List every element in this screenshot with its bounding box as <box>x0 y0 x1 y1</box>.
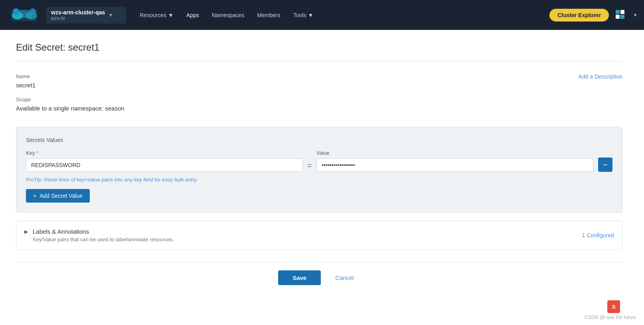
logo <box>6 4 42 26</box>
add-description-link[interactable]: Add a Description <box>578 73 622 80</box>
nav-item-resources[interactable]: Resources ▼ <box>134 9 179 22</box>
key-column: Key * <box>26 150 303 172</box>
grid-icon[interactable] <box>614 8 628 22</box>
name-row: Name secret1 Add a Description <box>16 73 622 89</box>
required-star: * <box>36 150 38 156</box>
nav-item-apps[interactable]: Apps <box>181 9 205 22</box>
value-input[interactable] <box>316 158 593 172</box>
key-input[interactable] <box>26 158 303 172</box>
name-value: secret1 <box>16 82 578 89</box>
labels-left: ▶ Labels & Annotations Key/Value pairs t… <box>24 228 174 242</box>
nav-item-namespaces[interactable]: Namespaces <box>206 9 250 22</box>
nav-menu: Resources ▼ Apps Namespaces Members Tool… <box>134 9 549 22</box>
remove-secret-button[interactable]: − <box>598 158 612 172</box>
value-column: Value <box>316 150 593 172</box>
svg-point-4 <box>13 8 19 15</box>
svg-rect-8 <box>620 10 624 14</box>
nav-namespaces-label: Namespaces <box>212 12 245 18</box>
cancel-button[interactable]: Cancel <box>329 270 360 285</box>
navbar: wzs-arm-cluster-qas wzs-hr ▼ Resources ▼… <box>0 0 644 30</box>
cluster-name: wzs-arm-cluster-qas <box>51 9 105 16</box>
scope-label: Scope <box>16 97 622 102</box>
svg-rect-6 <box>19 10 30 13</box>
labels-title: Labels & Annotations <box>33 228 174 235</box>
divider <box>16 61 622 61</box>
nav-resources-label: Resources <box>140 12 166 18</box>
plus-icon: + <box>33 193 36 199</box>
svg-rect-7 <box>616 10 620 14</box>
key-value-row: Key * = Value − <box>26 150 612 172</box>
bottom-actions: Save Cancel <box>16 262 622 293</box>
navbar-right: Cluster Explorer ▼ <box>549 8 638 22</box>
key-label: Key * <box>26 150 303 156</box>
labels-subtitle: Key/Value pairs that can be used to labe… <box>33 236 174 242</box>
tools-chevron-icon: ▼ <box>308 12 313 18</box>
user-menu-chevron-icon[interactable]: ▼ <box>633 12 638 18</box>
nav-item-members[interactable]: Members <box>251 9 286 22</box>
value-label: Value <box>316 150 593 156</box>
cluster-chevron-icon: ▼ <box>108 12 113 18</box>
add-secret-label: Add Secret Value <box>40 193 83 199</box>
name-field-block: Name secret1 <box>16 73 578 89</box>
svg-rect-9 <box>616 15 620 19</box>
svg-rect-3 <box>17 13 32 18</box>
csdn-badge: S <box>607 300 620 305</box>
expand-icon: ▶ <box>24 229 28 234</box>
scope-value: Available to a single namespace: season <box>16 105 622 112</box>
labels-annotations-section[interactable]: ▶ Labels & Annotations Key/Value pairs t… <box>16 221 622 250</box>
secrets-values-box: Secrets Values Key * = Value − ProTip: P… <box>16 127 622 213</box>
page-title: Edit Secret: secret1 <box>16 42 622 53</box>
cluster-selector[interactable]: wzs-arm-cluster-qas wzs-hr ▼ <box>46 7 126 24</box>
name-label: Name <box>16 73 578 79</box>
nav-tools-label: Tools <box>293 12 306 18</box>
labels-text-block: Labels & Annotations Key/Value pairs tha… <box>33 228 174 242</box>
secrets-box-title: Secrets Values <box>26 137 612 143</box>
nav-apps-label: Apps <box>186 12 199 18</box>
svg-rect-10 <box>620 15 624 19</box>
cluster-sub: wzs-hr <box>51 16 105 21</box>
scope-section: Scope Available to a single namespace: s… <box>16 97 622 112</box>
protip-text: ProTip: Paste lines of key=value pairs i… <box>26 177 612 183</box>
svg-point-5 <box>30 8 36 15</box>
nav-item-tools[interactable]: Tools ▼ <box>288 9 319 22</box>
add-secret-value-button[interactable]: + Add Secret Value <box>26 189 90 203</box>
resources-chevron-icon: ▼ <box>168 12 174 18</box>
save-button[interactable]: Save <box>278 270 321 285</box>
cluster-explorer-button[interactable]: Cluster Explorer <box>549 9 609 22</box>
nav-members-label: Members <box>257 12 280 18</box>
main-content: Edit Secret: secret1 Name secret1 Add a … <box>0 30 638 305</box>
equals-sign: = <box>308 162 312 170</box>
configured-badge: 1 Configured <box>582 232 614 238</box>
